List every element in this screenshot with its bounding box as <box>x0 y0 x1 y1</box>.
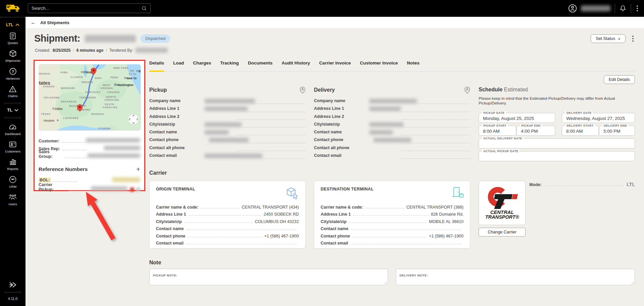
sales-rep-value-redacted <box>104 146 140 150</box>
sidebar-expand-icon[interactable] <box>8 281 17 289</box>
app-version: 4.11.0 <box>8 297 17 301</box>
sidebar-item-crm[interactable]: CRM <box>0 176 25 188</box>
quotes-document-icon <box>9 32 16 40</box>
breadcrumb: ← All Shipments <box>25 17 644 29</box>
status-badge: Dispatched <box>141 35 170 43</box>
svg-text:KENTUCKY: KENTUCKY <box>85 91 101 94</box>
sidebar-item-reports[interactable]: Reports <box>0 158 25 171</box>
username-redacted[interactable] <box>581 5 610 11</box>
tab-customer-invoice[interactable]: Customer Invoice <box>360 60 398 71</box>
tab-details[interactable]: Details <box>149 60 164 71</box>
delivery-start-input[interactable]: DELIVERY START 8:00 AM <box>562 126 599 136</box>
sidebar-item-shipments[interactable]: Shipments <box>0 50 25 62</box>
pickup-end-input[interactable]: PICKUP END 4:00 PM <box>517 126 555 136</box>
add-reference-button[interactable]: + <box>136 167 140 172</box>
sidebar-item-claims[interactable]: Claims <box>0 85 25 98</box>
annotation-arrow <box>60 187 133 250</box>
tab-load[interactable]: Load <box>173 60 184 71</box>
pickup-section: Pickup Company name Address Line 1 Addre… <box>149 87 306 160</box>
note-section-title: Note <box>149 260 161 266</box>
carrier-pickup-row: Carrier Pickup: <box>39 184 140 192</box>
svg-text:MA: MA <box>130 69 135 72</box>
svg-text:TENNESSEE: TENNESSEE <box>79 96 96 99</box>
actual-delivery-date-input[interactable]: ACTUAL DELIVERY DATE <box>479 138 635 148</box>
pickup-start-input[interactable]: PICKUP START 8:00 AM <box>479 126 516 136</box>
origin-terminal-heading: ORIGIN TERMINAL <box>156 187 299 191</box>
svg-text:WEST: WEST <box>103 84 111 87</box>
change-carrier-button[interactable]: Change Carrier <box>479 228 526 236</box>
chevron-up-icon <box>15 24 19 26</box>
person-pin-icon[interactable] <box>464 87 470 93</box>
schedule-disclaimer: Please keep in mind that the Estimated P… <box>479 96 635 105</box>
delivery-end-input[interactable]: DELIVERY END 5:00 PM <box>599 126 635 136</box>
map-pan-control[interactable] <box>128 114 139 124</box>
person-pin-icon[interactable] <box>300 87 306 93</box>
svg-text:VIRGINIA: VIRGINIA <box>107 91 120 94</box>
users-people-icon <box>8 193 17 201</box>
svg-text:NEW YORK: NEW YORK <box>113 67 129 70</box>
route-map[interactable]: NEBRASKA IOWA ILLINOIS INDIANA OHIO PENN… <box>39 64 141 131</box>
svg-text:NEBRASKA: NEBRASKA <box>39 72 50 75</box>
tab-documents[interactable]: Documents <box>248 60 273 71</box>
svg-text:TEXAS: TEXAS <box>41 113 50 116</box>
svg-text:SOUTH: SOUTH <box>105 103 114 106</box>
bol-row: BOL: <box>39 175 140 183</box>
actual-pickup-date-input[interactable]: ACTUAL PICKUP DATE <box>479 151 635 161</box>
resize-grip-icon[interactable] <box>384 281 387 284</box>
tl-group-label: TL <box>7 108 12 113</box>
chevron-down-icon <box>14 109 18 112</box>
svg-text:MISSOURI: MISSOURI <box>61 87 75 90</box>
svg-text:PENN: PENN <box>110 76 118 79</box>
edit-icon[interactable] <box>136 187 140 192</box>
set-status-button[interactable]: Set Status ∨ <box>591 34 626 43</box>
tab-tracking[interactable]: Tracking <box>220 60 239 71</box>
page-title: Shipment: <box>34 33 80 44</box>
svg-text:?: ? <box>11 70 14 74</box>
variances-question-icon: ? <box>9 68 17 75</box>
breadcrumb-label[interactable]: All Shipments <box>40 20 69 25</box>
sidebar-item-customers[interactable]: Customers <box>0 141 25 153</box>
svg-text:INDIANA: INDIANA <box>82 81 93 84</box>
edit-details-button[interactable]: Edit Details <box>604 75 635 84</box>
sidebar-item-dashboard[interactable]: Dashboard <box>0 123 25 136</box>
svg-text:CAROLINA: CAROLINA <box>103 106 117 109</box>
shipment-summary-panel: NEBRASKA IOWA ILLINOIS INDIANA OHIO PENN… <box>34 60 145 191</box>
delete-icon[interactable] <box>130 187 134 192</box>
sidebar-item-users[interactable]: Users <box>0 193 25 206</box>
user-avatar-icon[interactable] <box>568 4 577 13</box>
resize-grip-icon[interactable] <box>631 281 634 284</box>
topbar-kebab-menu-icon[interactable] <box>635 4 639 13</box>
tab-audit-history[interactable]: Audit History <box>282 60 310 71</box>
sidebar-divider <box>5 292 21 293</box>
sidebar-item-quotes[interactable]: Quotes <box>0 32 25 45</box>
schedule-subtitle: Estimated <box>504 87 528 93</box>
crm-handshake-icon <box>9 176 17 183</box>
app-truck-logo-icon[interactable] <box>6 3 21 14</box>
shipment-id-redacted <box>85 35 136 42</box>
search-icon[interactable] <box>142 6 147 11</box>
delivery-date-input[interactable]: DELIVERY DATE Wednesday, August 27, 2025 <box>562 113 635 123</box>
topbar-divider <box>631 4 631 13</box>
svg-text:ILLINOIS: ILLINOIS <box>71 76 83 79</box>
detail-tabs: Details Load Charges Tracking Documents … <box>149 60 635 72</box>
sidebar-item-variances[interactable]: ? Variances <box>0 68 25 80</box>
tab-notes[interactable]: Notes <box>407 60 420 71</box>
sidebar-group-tl[interactable]: TL <box>7 108 18 113</box>
header-kebab-menu-icon[interactable] <box>631 34 635 43</box>
central-transport-logo: CENTRAL TRANSPORT® <box>483 186 521 220</box>
sidebar-group-ltl[interactable]: LTL <box>6 23 19 27</box>
tendered-by-redacted <box>136 48 168 53</box>
customer-row: Customer: <box>39 136 140 143</box>
svg-text:OKLAHOMA: OKLAHOMA <box>44 96 60 99</box>
notifications-bell-icon[interactable] <box>619 5 627 12</box>
delivery-note-textarea[interactable]: DELIVERY NOTE: <box>396 269 635 285</box>
svg-text:IOWA: IOWA <box>60 71 68 74</box>
svg-text:CT RI: CT RI <box>129 73 137 76</box>
pickup-date-input[interactable]: PICKUP DATE Monday, August 25, 2025 <box>479 113 555 123</box>
svg-text:Washington: Washington <box>117 83 133 87</box>
tab-carrier-invoice[interactable]: Carrier Invoice <box>319 60 351 71</box>
tab-charges[interactable]: Charges <box>193 60 211 71</box>
pickup-note-textarea[interactable]: PICKUP NOTE: <box>149 269 388 285</box>
search-input[interactable] <box>32 6 142 11</box>
back-arrow-icon[interactable]: ← <box>31 19 36 26</box>
